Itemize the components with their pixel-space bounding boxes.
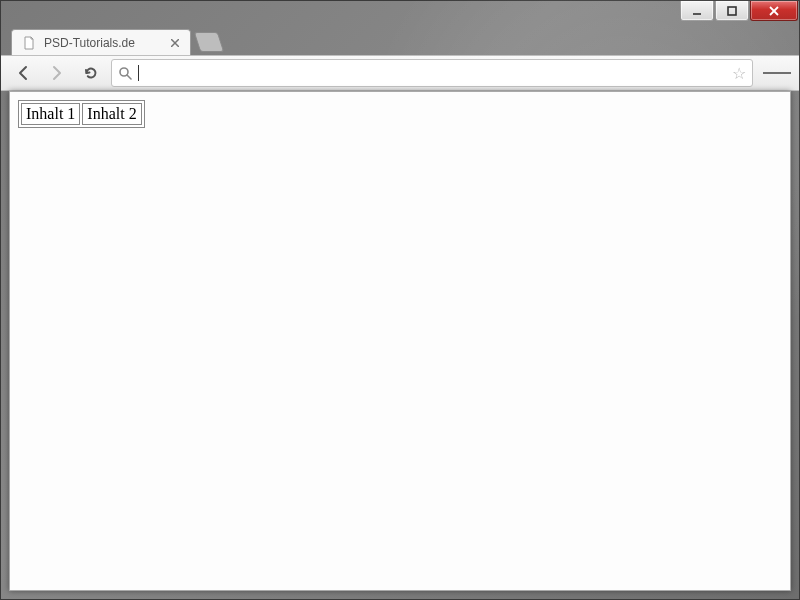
search-icon bbox=[118, 66, 132, 80]
window-controls bbox=[679, 1, 798, 21]
tab-close-button[interactable] bbox=[168, 36, 182, 50]
maximize-button[interactable] bbox=[715, 1, 749, 21]
reload-button[interactable] bbox=[77, 59, 105, 87]
close-button[interactable] bbox=[750, 1, 798, 21]
table-cell: Inhalt 1 bbox=[21, 103, 80, 125]
table-row: Inhalt 1 Inhalt 2 bbox=[21, 103, 142, 125]
viewport-wrap: Inhalt 1 Inhalt 2 bbox=[1, 91, 799, 599]
page-icon bbox=[22, 36, 36, 50]
svg-rect-1 bbox=[728, 7, 736, 15]
browser-window: PSD-Tutorials.de ☆ bbox=[0, 0, 800, 600]
window-titlebar bbox=[1, 1, 799, 27]
tab-strip: PSD-Tutorials.de bbox=[1, 27, 799, 55]
toolbar: ☆ bbox=[1, 55, 799, 91]
page-viewport[interactable]: Inhalt 1 Inhalt 2 bbox=[9, 91, 791, 591]
back-button[interactable] bbox=[9, 59, 37, 87]
table-cell: Inhalt 2 bbox=[82, 103, 141, 125]
minimize-button[interactable] bbox=[680, 1, 714, 21]
forward-button[interactable] bbox=[43, 59, 71, 87]
demo-table: Inhalt 1 Inhalt 2 bbox=[18, 100, 145, 128]
text-caret bbox=[138, 65, 139, 81]
menu-button[interactable] bbox=[763, 59, 791, 87]
new-tab-button[interactable] bbox=[194, 32, 224, 52]
omnibox[interactable]: ☆ bbox=[111, 59, 753, 87]
page-body: Inhalt 1 Inhalt 2 bbox=[18, 100, 782, 128]
svg-line-7 bbox=[127, 75, 131, 79]
tab-active[interactable]: PSD-Tutorials.de bbox=[11, 29, 191, 55]
tab-title: PSD-Tutorials.de bbox=[44, 36, 135, 50]
url-input[interactable] bbox=[145, 66, 726, 81]
bookmark-star-icon[interactable]: ☆ bbox=[732, 64, 746, 83]
